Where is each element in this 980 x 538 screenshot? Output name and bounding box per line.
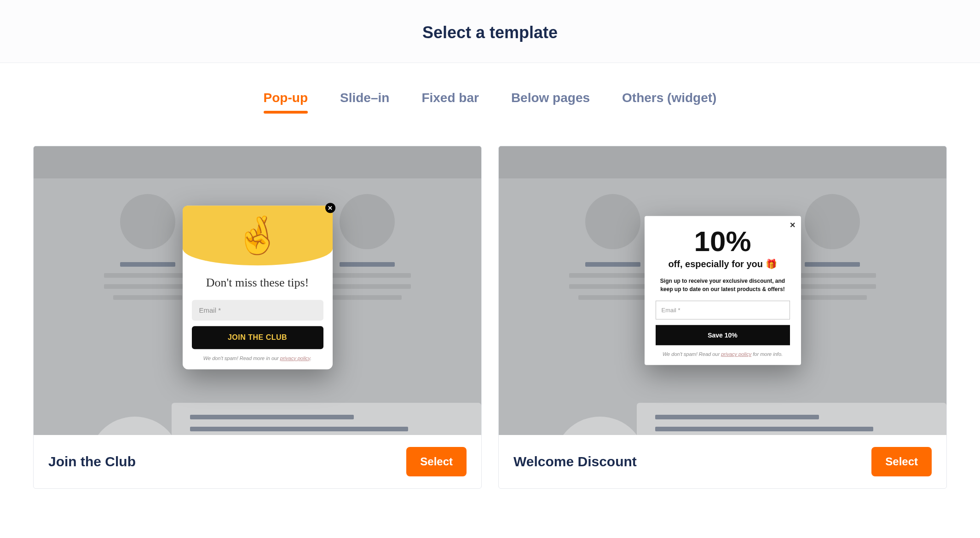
template-card: ✕ 10% off, especially for you 🎁 Sign up …: [498, 146, 947, 489]
popup-welcome-discount: ✕ 10% off, especially for you 🎁 Sign up …: [645, 216, 801, 365]
template-name: Welcome Discount: [513, 454, 637, 469]
tab-fixed-bar[interactable]: Fixed bar: [421, 91, 478, 114]
popup-subtitle: off, especially for you 🎁: [656, 258, 790, 269]
tab-popup[interactable]: Pop-up: [264, 91, 308, 114]
fingers-crossed-icon: 🤞: [235, 217, 281, 254]
page-header: Select a template: [0, 0, 980, 63]
popup-discount-amount: 10%: [656, 227, 790, 256]
skeleton-topbar: [34, 146, 481, 178]
privacy-policy-link[interactable]: privacy policy: [721, 351, 751, 357]
template-gallery: ✕ 🤞 Don't miss these tips! Email * JOIN …: [0, 114, 980, 507]
template-type-tabs: Pop-up Slide–in Fixed bar Below pages Ot…: [0, 63, 980, 114]
template-name: Join the Club: [48, 454, 136, 469]
page-title: Select a template: [0, 23, 980, 42]
popup-description: Sign up to receive your exclusive discou…: [656, 277, 790, 301]
template-card: ✕ 🤞 Don't miss these tips! Email * JOIN …: [33, 146, 482, 489]
popup-join-the-club: ✕ 🤞 Don't miss these tips! Email * JOIN …: [183, 206, 333, 369]
popup-hero: ✕ 🤞: [183, 206, 333, 265]
popup-fine-print: We don't spam! Read our privacy policy f…: [656, 351, 790, 358]
privacy-policy-link[interactable]: privacy policy: [280, 355, 310, 361]
tab-slide-in[interactable]: Slide–in: [340, 91, 389, 114]
close-icon[interactable]: ✕: [790, 221, 796, 229]
email-field[interactable]: Email *: [192, 300, 323, 321]
template-preview: ✕ 10% off, especially for you 🎁 Sign up …: [499, 146, 946, 435]
save-discount-button[interactable]: Save 10%: [656, 325, 790, 345]
template-preview: ✕ 🤞 Don't miss these tips! Email * JOIN …: [34, 146, 481, 435]
email-field[interactable]: Email *: [656, 301, 790, 320]
join-the-club-button[interactable]: JOIN THE CLUB: [192, 326, 323, 349]
select-button[interactable]: Select: [406, 447, 467, 476]
select-button[interactable]: Select: [871, 447, 932, 476]
close-icon[interactable]: ✕: [325, 203, 335, 213]
tab-others[interactable]: Others (widget): [622, 91, 716, 114]
template-card-footer: Join the Club Select: [34, 435, 481, 488]
skeleton-topbar: [499, 146, 946, 178]
tab-below-pages[interactable]: Below pages: [511, 91, 590, 114]
popup-heading: Don't miss these tips!: [183, 265, 333, 297]
template-card-footer: Welcome Discount Select: [499, 435, 946, 488]
popup-fine-print: We don't spam! Read more in our privacy …: [183, 349, 333, 361]
